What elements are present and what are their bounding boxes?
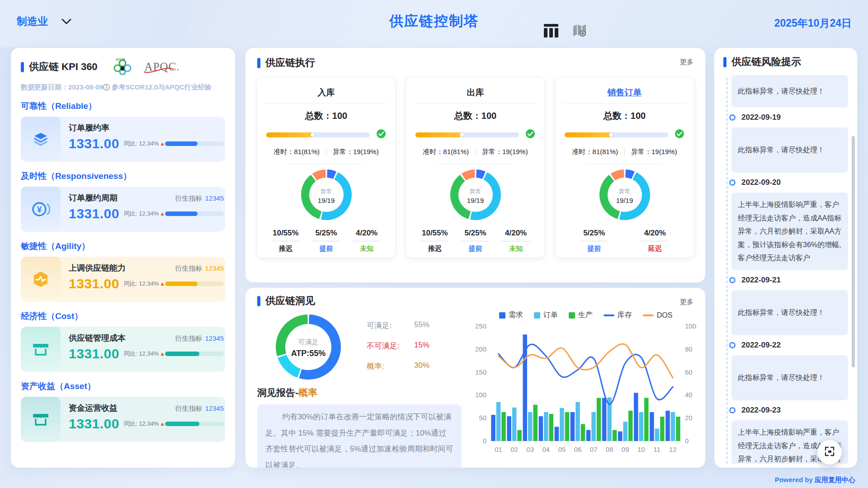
fullscreen-icon bbox=[824, 446, 835, 459]
trend-up-icon: ▲ bbox=[160, 211, 165, 217]
insight-more-link[interactable]: 更多 bbox=[680, 298, 693, 306]
exec-progress-bar bbox=[266, 132, 370, 137]
kpi-section-title: 可靠性（Reliable） bbox=[21, 100, 225, 112]
insight-report-title: 洞见报告-概率 bbox=[257, 386, 462, 399]
check-circle-icon bbox=[675, 129, 684, 141]
risk-message[interactable]: 上半年上海疫情影响严重，客户经理无法走访客户，造成AA指标异常，六月初步解封，采… bbox=[731, 192, 848, 270]
risk-date-label: 2022-09-23 bbox=[741, 406, 781, 415]
svg-text:11: 11 bbox=[654, 446, 661, 453]
stat-label: 提前 bbox=[580, 244, 608, 253]
kpi-update-note: 数据更新日期：2023-08-09ⓘ 参考SCOR12.0与APQC行业经验 bbox=[21, 83, 225, 92]
svg-text:08: 08 bbox=[606, 446, 613, 453]
execution-more-link[interactable]: 更多 bbox=[680, 58, 693, 66]
divider bbox=[438, 164, 513, 164]
exec-stat: 10/55%推迟 bbox=[421, 229, 449, 253]
kpi-yoy: 同比: 12.34%▲ bbox=[124, 350, 165, 358]
svg-text:07: 07 bbox=[590, 446, 598, 453]
exec-card-title[interactable]: 销售订单 bbox=[564, 84, 685, 103]
dashboard-view-icon[interactable] bbox=[543, 23, 559, 40]
svg-text:12: 12 bbox=[669, 446, 677, 453]
timeline-dot-icon bbox=[729, 277, 736, 283]
stat-value: 5/25% bbox=[580, 229, 608, 238]
brand-link[interactable]: 应用复用中心 bbox=[815, 476, 855, 483]
exec-ontime-row: 准时：81(81%)异常：19(19%) bbox=[564, 148, 685, 156]
svg-text:200: 200 bbox=[475, 345, 486, 353]
kpi-progress-bar bbox=[165, 352, 224, 356]
yen-icon: ¥ bbox=[21, 187, 61, 232]
page-title: 供应链控制塔 bbox=[389, 12, 479, 31]
exec-card-title: 出库 bbox=[415, 84, 536, 103]
atp-stat-label: 不可满足: bbox=[367, 341, 414, 351]
risk-date: 2022-09-21 bbox=[723, 276, 848, 285]
stat-value: 5/25% bbox=[461, 229, 489, 238]
donut-center-label: 异常19/19 bbox=[598, 168, 651, 223]
svg-text:150: 150 bbox=[475, 368, 486, 376]
svg-text:06: 06 bbox=[574, 446, 582, 453]
map-view-icon[interactable] bbox=[572, 23, 587, 40]
kpi-section: 资产收益（Asset）资金运营收益衍生指标123451331.00同比: 12.… bbox=[21, 380, 225, 442]
ontime-stat: 准时：81(81%) bbox=[274, 148, 320, 156]
exec-stat: 10/55%推迟 bbox=[272, 229, 300, 253]
risk-message[interactable]: 此指标异常，请尽快处理！ bbox=[731, 355, 848, 400]
atp-donut-chart: 可满足ATP:55% bbox=[274, 313, 342, 383]
store-icon bbox=[21, 327, 61, 372]
divider bbox=[587, 164, 662, 164]
timeline-dot-icon bbox=[729, 407, 736, 413]
kpi-progress-fill bbox=[165, 422, 199, 426]
kpi-section-title: 敏捷性（Agility） bbox=[21, 240, 225, 252]
risk-title: 供应链风险提示 bbox=[731, 55, 801, 69]
insight-panel: 供应链洞见 更多 可满足ATP:55% 可满足:55%不可满足:15%概率:30… bbox=[245, 288, 705, 468]
timeline-rail bbox=[726, 78, 727, 464]
insight-title: 供应链洞见 bbox=[265, 294, 315, 308]
kpi-derived-value: 12345 bbox=[205, 334, 224, 342]
kpi-card-body: 订单履约周期衍生指标123451331.00同比: 12.34%▲ bbox=[61, 187, 225, 232]
legend-label: 库存 bbox=[618, 310, 632, 320]
legend-label: 需求 bbox=[509, 310, 523, 320]
svg-text:80: 80 bbox=[685, 345, 693, 353]
legend-label: 订单 bbox=[543, 310, 558, 320]
kpi-section-title: 资产收益（Asset） bbox=[21, 380, 225, 392]
info-icon[interactable]: ⓘ bbox=[103, 83, 110, 91]
divider bbox=[265, 103, 387, 103]
abnormal-stat: 异常：19(19%) bbox=[482, 148, 528, 156]
insight-report-text: 约有30%的订单在改善一定策略的情况下可以被满足。其中 15% 需要提升生产产量… bbox=[257, 404, 462, 468]
risk-date: 2022-09-20 bbox=[723, 178, 848, 187]
stat-label: 提前 bbox=[461, 244, 489, 253]
divider bbox=[475, 148, 476, 156]
kpi-section: 经济性（Cost）供应链管理成本衍生指标123451331.00同比: 12.3… bbox=[21, 310, 225, 372]
exec-progress-row bbox=[564, 129, 685, 141]
exec-stats-row: 10/55%推迟5/25%提前4/20%未知 bbox=[265, 229, 387, 253]
risk-message[interactable]: 此指标异常，请尽快处理！ bbox=[731, 127, 848, 173]
kpi-panel-header: 供应链 KPI 360 bbox=[21, 60, 98, 74]
risk-message-text: 此指标异常，请尽快处理！ bbox=[738, 143, 825, 157]
divider bbox=[624, 148, 625, 156]
svg-text:09: 09 bbox=[622, 446, 629, 453]
industry-label: 制造业 bbox=[17, 14, 48, 28]
exec-total: 总数：100 bbox=[415, 110, 536, 122]
risk-message[interactable]: 此指标异常，请尽快处理！ bbox=[731, 75, 848, 108]
kpi-section: 可靠性（Reliable）订单履约率1331.00同比: 12.34%▲ bbox=[21, 100, 225, 162]
atp-stat-row: 概率:30% bbox=[367, 361, 462, 371]
svg-text:0: 0 bbox=[685, 437, 689, 445]
exec-stat: 5/25%提前 bbox=[580, 229, 608, 253]
kpi-value: 1331.00 bbox=[69, 416, 119, 432]
abnormal-stat: 异常：19(19%) bbox=[333, 148, 379, 156]
industry-select[interactable]: 制造业 bbox=[17, 14, 71, 28]
kpi-progress-fill bbox=[165, 352, 199, 356]
stat-value: 4/20% bbox=[353, 229, 381, 238]
risk-scrollbar[interactable] bbox=[852, 136, 855, 367]
trend-up-icon: ▲ bbox=[160, 141, 165, 147]
kpi-card: 订单履约率1331.00同比: 12.34%▲ bbox=[21, 117, 225, 162]
kpi-value: 1331.00 bbox=[69, 206, 119, 221]
risk-date-label: 2022-09-19 bbox=[741, 113, 781, 122]
exec-progress-fill bbox=[415, 132, 462, 137]
fullscreen-button[interactable] bbox=[817, 440, 842, 465]
svg-text:0: 0 bbox=[483, 437, 486, 445]
svg-text:100: 100 bbox=[685, 322, 696, 330]
svg-text:100: 100 bbox=[475, 391, 486, 399]
kpi-derived-value: 12345 bbox=[205, 404, 224, 412]
agility-icon bbox=[21, 257, 61, 302]
chevron-down-icon bbox=[61, 19, 71, 25]
abnormal-stat: 异常：19(19%) bbox=[631, 148, 677, 156]
risk-message[interactable]: 此指标异常，请尽快处理！ bbox=[731, 290, 848, 335]
